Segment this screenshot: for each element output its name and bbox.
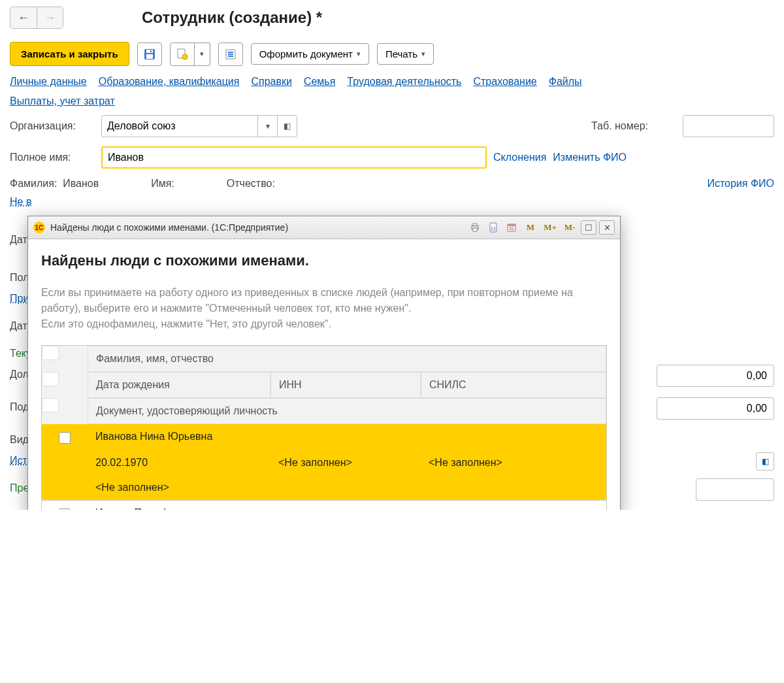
table-row[interactable]: Иванов Петр Федорович <Не заполнена> <Не… [42,500,606,510]
caret-down-icon: ▾ [357,50,361,58]
history-fio-link[interactable]: История ФИО [707,178,774,190]
section-links-2: Выплаты, учет затрат [10,95,774,107]
svg-point-5 [182,54,188,59]
m-plus-button[interactable]: M+ [542,220,559,235]
tabnum-input[interactable] [683,115,774,137]
link-payments[interactable]: Выплаты, учет затрат [10,95,115,107]
dialog-title-text: Найдены люди с похожими именами. (1С:Пре… [50,222,288,233]
forward-button[interactable]: → [37,7,63,28]
fullname-label: Полное имя: [10,152,95,163]
svg-point-17 [491,229,493,231]
app-logo-icon: 1C [33,222,45,233]
org-dropdown-button[interactable]: ▾ [257,116,277,137]
bg-label-pre: Пре [10,482,29,493]
cell-dob: 20.02.1970 [88,450,270,475]
dialog-description: Если вы принимаете на работу одного из п… [41,285,607,332]
link-files[interactable]: Файлы [549,76,582,88]
print-label: Печать [385,48,417,59]
svg-rect-2 [150,50,152,52]
org-input-wrap: ▾ ◧ [101,115,297,137]
close-button[interactable]: ✕ [599,220,615,235]
org-input[interactable] [102,116,257,137]
svg-point-16 [494,227,495,229]
declensions-link[interactable]: Склонения [493,152,546,163]
nav-arrows: ← → [10,7,63,29]
dialog-titlebar: 1C Найдены люди с похожими именами. (1С:… [28,216,620,239]
cell-snils: <Не заполнен> [421,450,606,475]
create-document-button[interactable]: Оформить документ ▾ [251,43,369,65]
link-refs[interactable]: Справки [251,76,291,88]
edit-fio-link[interactable]: Изменить ФИО [553,152,627,163]
patr-label: Отчество: [227,178,275,190]
name-label: Имя: [151,178,174,190]
bg-open-button[interactable]: ◧ [756,452,774,471]
bg-label-position: Дол [10,369,29,380]
bg-label-dept: Под [10,401,29,412]
fio-breakdown: Фамилия: Иванов Имя: Отчество: История Ф… [10,178,774,190]
table-row[interactable]: Иванова Нина Юрьевна 20.02.1970 <Не запо… [42,424,606,500]
bg-input-3[interactable] [696,478,774,501]
calc-icon[interactable] [485,220,501,235]
m-button[interactable]: M [522,220,539,235]
calendar-svg-icon: 31 [506,222,517,233]
bg-link-history[interactable]: Ист [10,455,27,466]
th-fio: Фамилия, имя, отчество [88,346,606,372]
save-and-close-button[interactable]: Записать и закрыть [10,42,129,66]
th-doc: Документ, удостоверяющий личность [88,398,606,424]
dialog-heading: Найдены люди с похожими именами. [41,252,607,269]
page-title: Сотрудник (создание) * [142,8,322,27]
printer-icon [470,222,480,233]
svg-rect-12 [473,228,477,231]
surname-label: Фамилия: [10,178,57,189]
calculator-icon [488,222,498,233]
svg-text:31: 31 [509,226,514,231]
list-icon [225,48,237,60]
link-work[interactable]: Трудовая деятельность [347,76,461,88]
calendar-icon[interactable]: 31 [504,220,519,235]
row-checkbox[interactable] [59,508,71,510]
surname-value: Иванов [63,178,99,189]
bg-input-1[interactable] [657,365,774,387]
cell-fio: Иванова Нина Юрьевна [88,424,606,450]
svg-rect-1 [146,50,153,53]
save-button[interactable] [137,42,162,66]
table-header: Фамилия, имя, отчество Дата рождения ИНН… [42,346,606,424]
svg-rect-3 [146,54,153,59]
tabnum-label: Таб. номер: [591,120,676,132]
dialog-desc-line1: Если вы принимаете на работу одного из п… [41,285,607,316]
th-dob: Дата рождения [88,372,270,398]
svg-rect-14 [491,224,495,226]
link-personal[interactable]: Личные данные [10,76,87,88]
print-button[interactable]: Печать ▾ [377,43,434,65]
fullname-input[interactable] [101,146,487,169]
record-button-dropdown[interactable]: ▾ [195,42,210,66]
list-button[interactable] [218,42,243,66]
bg-link-1[interactable]: Не в [10,196,774,208]
record-button[interactable] [170,42,195,66]
section-links: Личные данные Образование, квалификация … [10,76,774,88]
results-table: Фамилия, имя, отчество Дата рождения ИНН… [41,345,607,510]
th-inn: ИНН [270,372,421,398]
link-education[interactable]: Образование, квалификация [99,76,240,88]
row-checkbox[interactable] [59,432,71,444]
document-star-icon [176,48,188,60]
back-button[interactable]: ← [10,7,37,28]
cell-fio: Иванов Петр Федорович [88,501,606,510]
similar-people-dialog: 1C Найдены люди с похожими именами. (1С:… [27,216,621,510]
m-minus-button[interactable]: M- [561,220,578,235]
floppy-icon [144,48,155,60]
caret-down-icon: ▾ [200,50,204,58]
toolbar: Записать и закрыть ▾ Оформить документ ▾… [10,42,774,66]
maximize-button[interactable]: ☐ [581,220,596,235]
org-open-button[interactable]: ◧ [277,116,297,137]
svg-point-18 [494,229,495,231]
bg-input-2[interactable] [657,397,774,420]
link-insurance[interactable]: Страхование [473,76,536,88]
dialog-desc-line2: Если это однофамилец, нажмите "Нет, это … [41,316,607,332]
th-snils: СНИЛС [421,372,606,398]
svg-rect-11 [473,224,477,225]
create-document-label: Оформить документ [259,48,353,59]
link-family[interactable]: Семья [304,76,335,88]
print-icon[interactable] [467,220,483,235]
cell-doc: <Не заполнен> [88,475,606,500]
